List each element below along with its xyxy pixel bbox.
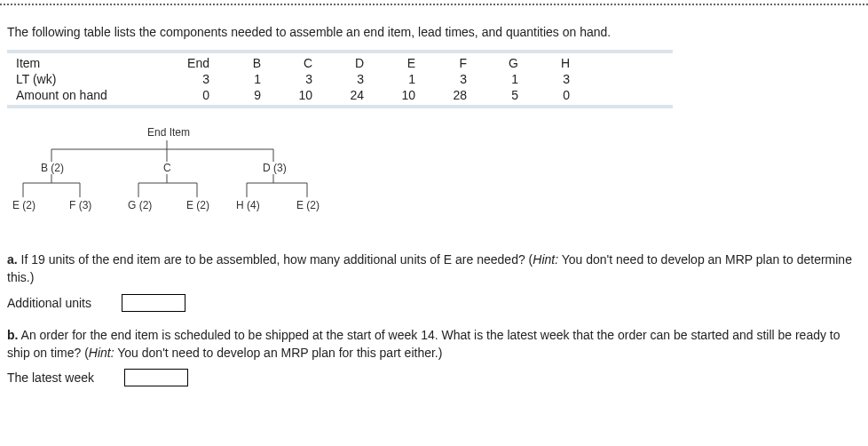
lt-c: 3	[270, 71, 321, 87]
col-f: F	[424, 55, 476, 71]
col-d: D	[321, 55, 373, 71]
answer-b-row: The latest week	[7, 369, 861, 386]
node-h: H (4)	[236, 199, 260, 211]
q-b-hint-text: You don't need to develop an MRP plan fo…	[114, 346, 443, 360]
col-b: B	[218, 55, 270, 71]
top-border	[0, 4, 868, 5]
q-b-hint-label: Hint:	[89, 346, 114, 360]
col-e: E	[373, 55, 424, 71]
table-top-rule	[7, 50, 673, 53]
col-c: C	[270, 55, 321, 71]
lt-d: 3	[321, 71, 373, 87]
answer-a-input[interactable]	[122, 294, 185, 312]
q-b-letter: b.	[7, 328, 18, 342]
lt-g: 1	[476, 71, 527, 87]
tree-lines	[9, 124, 382, 240]
lt-b: 1	[218, 71, 270, 87]
amt-h: 0	[527, 87, 579, 103]
lt-end: 3	[167, 71, 218, 87]
node-g: G (2)	[128, 199, 152, 211]
row-label-amount: Amount on hand	[7, 87, 167, 103]
answer-b-input[interactable]	[124, 369, 188, 386]
answer-a-row: Additional units	[7, 294, 861, 312]
node-e1: E (2)	[12, 199, 36, 211]
lt-e: 1	[373, 71, 424, 87]
node-e3: E (2)	[296, 199, 320, 211]
q-a-text: If 19 units of the end item are to be as…	[18, 252, 533, 267]
answer-b-label: The latest week	[7, 370, 94, 385]
answer-a-label: Additional units	[7, 296, 91, 310]
row-amount: Amount on hand 0 9 10 24 10 28 5 0	[7, 87, 579, 103]
node-d: D (3)	[263, 162, 287, 174]
amt-b: 9	[218, 87, 270, 103]
row-lt: LT (wk) 3 1 3 3 1 3 1 3	[7, 71, 579, 87]
amt-d: 24	[321, 87, 373, 103]
amt-g: 5	[476, 87, 527, 103]
q-a-letter: a.	[7, 252, 18, 267]
node-c: C	[163, 162, 171, 174]
question-a: a. If 19 units of the end item are to be…	[7, 251, 861, 287]
row-item: Item End B C D E F G H	[7, 55, 579, 71]
col-h: H	[527, 55, 579, 71]
q-a-hint-label: Hint:	[533, 252, 558, 267]
node-b: B (2)	[41, 162, 64, 174]
col-end: End	[167, 55, 218, 71]
intro-text: The following table lists the components…	[7, 25, 861, 39]
node-end-item: End Item	[147, 126, 190, 139]
lt-h: 3	[527, 71, 579, 87]
components-table: Item End B C D E F G H LT (wk) 3 1 3 3 1…	[7, 55, 579, 103]
product-tree: End Item B (2) C D (3) E (2) F (3) G (2)…	[9, 124, 382, 240]
row-label-item: Item	[7, 55, 167, 71]
row-label-lt: LT (wk)	[7, 71, 167, 87]
amt-f: 28	[424, 87, 476, 103]
table-bottom-rule	[7, 105, 673, 108]
amt-end: 0	[167, 87, 218, 103]
node-e2: E (2)	[186, 199, 209, 211]
col-g: G	[476, 55, 527, 71]
lt-f: 3	[424, 71, 476, 87]
question-b: b. An order for the end item is schedule…	[7, 326, 861, 362]
node-f: F (3)	[69, 199, 91, 211]
amt-c: 10	[270, 87, 321, 103]
amt-e: 10	[373, 87, 424, 103]
page-content: The following table lists the components…	[0, 14, 868, 410]
